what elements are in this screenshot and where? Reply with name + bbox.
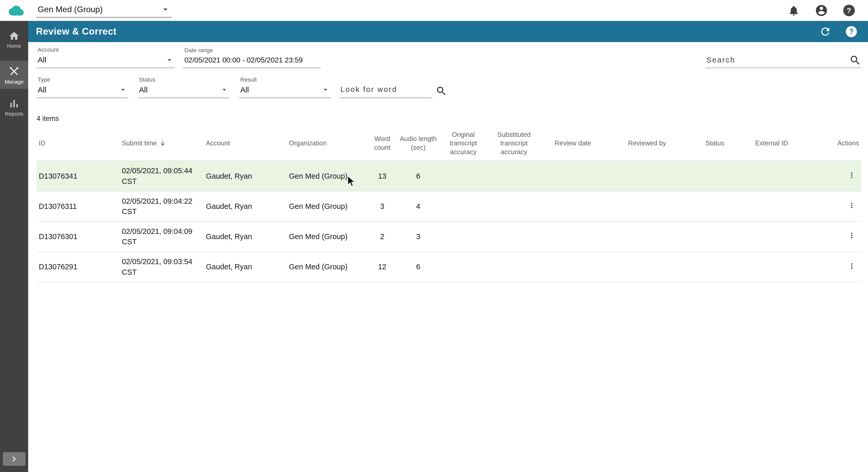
table-row[interactable]: D13076301 02/05/2021, 09:04:09 CST Gaude… <box>36 222 861 252</box>
table-row[interactable]: D13076341 02/05/2021, 09:05:44 CST Gaude… <box>36 161 861 191</box>
cell-submit-time: 02/05/2021, 09:03:54 CST <box>120 252 204 282</box>
cell-word-count: 2 <box>367 222 398 252</box>
cell-word-count: 12 <box>367 252 398 282</box>
account-filter-label: Account <box>36 46 175 53</box>
chevron-down-icon <box>165 56 174 64</box>
cell-word-count: 3 <box>367 191 398 221</box>
search-input[interactable] <box>705 54 849 66</box>
chevron-down-icon <box>119 85 127 94</box>
look-for-word-field <box>339 83 447 98</box>
sidebar-item-label: Reports <box>5 111 23 117</box>
table-row[interactable]: D13076291 02/05/2021, 09:03:54 CST Gaude… <box>36 252 861 282</box>
status-filter-value: All <box>139 86 148 94</box>
column-header-audio-length[interactable]: Audio length (sec) <box>398 126 439 161</box>
cell-reviewed-by <box>606 161 688 191</box>
chevron-down-icon <box>220 85 228 94</box>
cell-organization: Gen Med (Group) <box>287 161 367 191</box>
cell-substituted-accuracy <box>488 161 540 191</box>
cell-original-accuracy <box>439 222 488 252</box>
column-header-account[interactable]: Account <box>204 126 287 161</box>
top-bar-actions: ? <box>788 4 855 17</box>
cell-audio-length: 3 <box>398 222 439 252</box>
look-for-word-input[interactable] <box>339 83 432 98</box>
column-header-original-accuracy[interactable]: Original transcript accuracy <box>439 126 488 161</box>
app-window: Gen Med (Group) ? Home Ma <box>0 0 868 472</box>
cell-substituted-accuracy <box>488 222 540 252</box>
cell-submit-time: 02/05/2021, 09:04:22 CST <box>120 191 204 221</box>
results-table: ID Submit time Account Organization Word… <box>36 126 861 282</box>
chevron-right-icon <box>9 454 19 464</box>
cell-reviewed-by <box>606 222 688 252</box>
cell-audio-length: 6 <box>398 161 439 191</box>
cell-id: D13076311 <box>36 191 119 221</box>
column-header-review-date[interactable]: Review date <box>540 126 606 161</box>
date-range-filter[interactable]: Date range 02/05/2021 00:00 - 02/05/2021… <box>183 47 320 68</box>
type-filter-value: All <box>38 86 46 94</box>
sidebar: Home Manage Reports <box>0 21 28 472</box>
row-actions-kebab-icon[interactable] <box>846 199 859 214</box>
home-icon <box>8 30 20 41</box>
cell-id: D13076291 <box>36 252 119 282</box>
items-count: 4 items <box>36 115 868 123</box>
column-header-word-count[interactable]: Word count <box>367 126 398 161</box>
type-filter-label: Type <box>36 76 128 83</box>
organization-selector[interactable]: Gen Med (Group) <box>36 3 172 18</box>
page-help-icon[interactable]: ? <box>846 26 857 37</box>
page-title: Review & Correct <box>36 26 117 37</box>
page-header: Review & Correct ? <box>28 21 868 42</box>
cell-review-date <box>540 252 606 282</box>
cell-account: Gaudet, Ryan <box>204 252 287 282</box>
cell-review-date <box>540 161 606 191</box>
cell-submit-time: 02/05/2021, 09:04:09 CST <box>120 222 204 252</box>
result-filter[interactable]: Result All <box>239 76 331 98</box>
cell-reviewed-by <box>606 252 688 282</box>
column-header-status[interactable]: Status <box>689 126 741 161</box>
cell-status <box>689 222 741 252</box>
row-actions-kebab-icon[interactable] <box>846 229 859 244</box>
cell-original-accuracy <box>439 161 488 191</box>
sidebar-item-reports[interactable]: Reports <box>0 93 28 121</box>
column-header-external-id[interactable]: External ID <box>741 126 802 161</box>
column-header-id[interactable]: ID <box>36 126 119 161</box>
result-filter-value: All <box>240 86 249 94</box>
look-for-word-search-icon[interactable] <box>436 85 447 97</box>
status-filter[interactable]: Status All <box>138 76 230 98</box>
notifications-bell-icon[interactable] <box>788 4 800 17</box>
sort-descending-icon <box>159 140 166 147</box>
sidebar-expand-button[interactable] <box>3 452 26 466</box>
result-filter-label: Result <box>239 76 331 83</box>
organization-selector-value: Gen Med (Group) <box>38 5 103 14</box>
cell-original-accuracy <box>439 252 488 282</box>
cell-organization: Gen Med (Group) <box>287 252 367 282</box>
column-header-actions: Actions <box>802 126 861 161</box>
cell-organization: Gen Med (Group) <box>287 222 367 252</box>
cell-reviewed-by <box>606 191 688 221</box>
table-header-row: ID Submit time Account Organization Word… <box>36 126 861 161</box>
cell-organization: Gen Med (Group) <box>287 191 367 221</box>
column-header-substituted-accuracy[interactable]: Substituted transcript accuracy <box>488 126 540 161</box>
table-row[interactable]: D13076311 02/05/2021, 09:04:22 CST Gaude… <box>36 191 861 221</box>
column-header-reviewed-by[interactable]: Reviewed by <box>606 126 688 161</box>
refresh-icon[interactable] <box>819 26 831 38</box>
account-filter[interactable]: Account All <box>36 46 175 68</box>
sidebar-item-manage[interactable]: Manage <box>0 61 28 89</box>
chevron-down-icon <box>321 85 330 94</box>
filter-row-1: Account All Date range 02/05/2021 00:00 … <box>36 46 861 68</box>
chevron-down-icon <box>160 4 170 14</box>
main-content: Review & Correct ? Account All <box>28 21 868 472</box>
row-actions-kebab-icon[interactable] <box>846 169 859 183</box>
cell-status <box>689 161 741 191</box>
column-header-submit-time[interactable]: Submit time <box>120 126 204 161</box>
page-header-actions: ? <box>819 26 857 38</box>
column-header-organization[interactable]: Organization <box>287 126 367 161</box>
tools-icon <box>8 66 20 77</box>
row-actions-kebab-icon[interactable] <box>846 259 859 274</box>
sidebar-item-home[interactable]: Home <box>0 26 28 53</box>
type-filter[interactable]: Type All <box>36 76 128 98</box>
cell-account: Gaudet, Ryan <box>204 161 287 191</box>
help-icon[interactable]: ? <box>843 5 855 16</box>
app-logo-cloud-icon <box>9 3 24 18</box>
account-icon[interactable] <box>815 4 828 17</box>
cell-audio-length: 4 <box>398 191 439 221</box>
search-icon[interactable] <box>849 54 861 66</box>
